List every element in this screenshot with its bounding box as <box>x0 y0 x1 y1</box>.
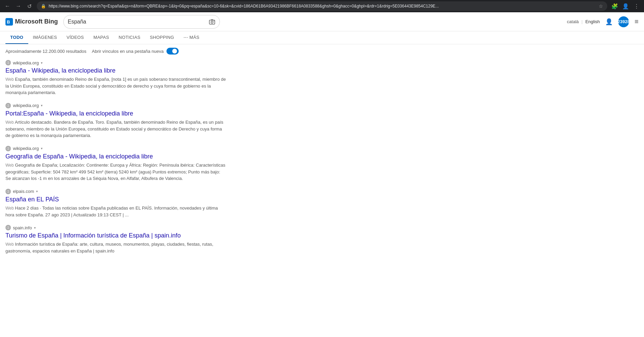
result-title-1[interactable]: España - Wikipedia, la enciclopedia libr… <box>5 67 226 75</box>
toggle-slider <box>166 48 179 55</box>
profile-button[interactable]: 👤 <box>621 1 630 11</box>
browser-chrome: ← → ↺ 🔒 https://www.bing.com/search?q=Es… <box>0 0 644 12</box>
header-right: català | English 👤 23928 ≡ <box>567 16 639 27</box>
source-globe-icon-1 <box>5 60 11 65</box>
result-item-3: wikipedia.org ▾ Geografía de España - Wi… <box>5 146 226 182</box>
source-dropdown-arrow-2[interactable]: ▾ <box>41 104 43 107</box>
result-item-2: wikipedia.org ▾ Portal:España - Wikipedi… <box>5 103 226 139</box>
lang-catalan-link[interactable]: català <box>567 19 579 24</box>
tab-videos-label: VÍDEOS <box>67 35 84 40</box>
back-button[interactable]: ← <box>3 1 12 11</box>
tab-noticias[interactable]: NOTICIAS <box>114 31 145 44</box>
result-item-1: wikipedia.org ▾ España - Wikipedia, la e… <box>5 60 226 96</box>
lang-english-label: English <box>585 19 600 24</box>
result-type-label-1: Web <box>5 77 14 82</box>
reload-icon: ↺ <box>27 3 32 10</box>
bing-logo-text: Microsoft Bing <box>15 18 58 25</box>
result-type-label-4: Web <box>5 206 14 211</box>
hamburger-icon: ≡ <box>634 18 639 26</box>
source-dropdown-arrow-5[interactable]: ▾ <box>34 226 36 230</box>
result-title-3[interactable]: Geografía de España - Wikipedia, la enci… <box>5 153 226 160</box>
bing-menu-button[interactable]: ≡ <box>634 18 639 26</box>
source-name-1: wikipedia.org <box>13 60 39 65</box>
tab-noticias-label: NOTICIAS <box>119 35 141 40</box>
result-type-label-3: Web <box>5 163 14 168</box>
source-dropdown-arrow-3[interactable]: ▾ <box>41 147 43 150</box>
tab-videos[interactable]: VÍDEOS <box>62 31 89 44</box>
search-box[interactable] <box>63 15 220 29</box>
bing-logo-icon: B <box>5 18 13 26</box>
camera-icon <box>209 18 215 25</box>
result-source-3: wikipedia.org ▾ <box>5 146 226 151</box>
result-snippet-4: Web Hace 2 días · Todas las noticias sob… <box>5 205 226 218</box>
tab-more[interactable]: ⋯ MÁS <box>179 31 204 44</box>
result-snippet-5: Web Información turística de España: art… <box>5 241 226 254</box>
tab-shopping[interactable]: SHOPPING <box>145 31 179 44</box>
url-display: https://www.bing.com/search?q=España&qs=… <box>49 4 596 9</box>
tab-imagenes-label: IMÁGENES <box>33 35 57 40</box>
rewards-badge[interactable]: 23928 <box>618 16 629 27</box>
result-title-2[interactable]: Portal:España - Wikipedia, la encicloped… <box>5 110 226 118</box>
source-globe-icon-3 <box>5 146 11 151</box>
tab-todo[interactable]: TODO <box>5 31 28 44</box>
result-snippet-text-3: Geografía de España; Localización: Conti… <box>5 163 225 181</box>
results-count: Aproximadamente 12.200.000 resultados <box>5 49 86 54</box>
tab-shopping-label: SHOPPING <box>150 35 174 40</box>
svg-point-3 <box>211 21 213 23</box>
reload-button[interactable]: ↺ <box>25 1 34 11</box>
open-new-tab-text: Abrir vínculos en una pestaña nueva <box>92 49 164 54</box>
bing-logo[interactable]: B Microsoft Bing <box>5 18 58 26</box>
tab-mapas-label: MAPAS <box>94 35 109 40</box>
result-snippet-text-1: España, también denominado Reino de Espa… <box>5 77 226 95</box>
source-globe-icon-2 <box>5 103 11 108</box>
source-dropdown-arrow-4[interactable]: ▾ <box>36 189 38 193</box>
tab-imagenes[interactable]: IMÁGENES <box>28 31 62 44</box>
tab-mapas[interactable]: MAPAS <box>89 31 114 44</box>
lang-separator: | <box>581 19 582 24</box>
tab-more-label: ⋯ MÁS <box>183 35 199 40</box>
source-name-4: elpais.com <box>13 189 34 194</box>
result-source-2: wikipedia.org ▾ <box>5 103 226 108</box>
result-snippet-text-4: Hace 2 días · Todas las noticias sobre E… <box>5 205 218 217</box>
source-globe-icon-5 <box>5 225 11 230</box>
result-type-label-5: Web <box>5 242 14 247</box>
result-item-5: spain.info ▾ Turismo de España | Informa… <box>5 225 226 254</box>
source-dropdown-arrow-1[interactable]: ▾ <box>41 61 43 65</box>
result-title-4[interactable]: España en EL PAÍS <box>5 196 226 203</box>
forward-button[interactable]: → <box>14 1 23 11</box>
rewards-count: 23928 <box>617 19 630 24</box>
search-input[interactable] <box>68 19 206 25</box>
result-title-5[interactable]: Turismo de España | Información turístic… <box>5 232 226 240</box>
result-type-label-2: Web <box>5 120 14 125</box>
results-area: Aproximadamente 12.200.000 resultados Ab… <box>0 44 231 268</box>
result-snippet-text-5: Información turística de España: arte, c… <box>5 242 213 254</box>
browser-nav-buttons: ← → ↺ <box>3 1 34 11</box>
result-item-4: elpais.com ▾ España en EL PAÍS Web Hace … <box>5 189 226 218</box>
browser-actions: 🧩 👤 ⋮ <box>610 1 641 11</box>
source-name-5: spain.info <box>13 225 32 230</box>
lock-icon: 🔒 <box>41 4 46 9</box>
result-source-1: wikipedia.org ▾ <box>5 60 226 65</box>
result-source-5: spain.info ▾ <box>5 225 226 230</box>
svg-text:B: B <box>7 19 10 25</box>
search-nav: TODO IMÁGENES VÍDEOS MAPAS NOTICIAS SHOP… <box>0 31 644 44</box>
browser-menu-button[interactable]: ⋮ <box>632 1 641 11</box>
result-source-4: elpais.com ▾ <box>5 189 226 194</box>
bing-header: B Microsoft Bing català | English 👤 2392… <box>0 12 644 31</box>
address-bar[interactable]: 🔒 https://www.bing.com/search?q=España&q… <box>37 1 607 11</box>
forward-icon: → <box>16 3 21 9</box>
visual-search-button[interactable] <box>209 18 215 25</box>
user-account-button[interactable]: 👤 <box>605 18 613 26</box>
result-snippet-1: Web España, también denominado Reino de … <box>5 76 226 96</box>
bookmark-icon[interactable]: ☆ <box>599 3 603 9</box>
extensions-button[interactable]: 🧩 <box>610 1 619 11</box>
tab-todo-label: TODO <box>10 35 23 40</box>
back-icon: ← <box>5 3 10 9</box>
results-meta: Aproximadamente 12.200.000 resultados Ab… <box>5 48 226 55</box>
open-new-tab-option: Abrir vínculos en una pestaña nueva <box>92 48 179 55</box>
result-snippet-2: Web Artículo destacado. Bandera de Españ… <box>5 119 226 139</box>
open-new-tab-toggle[interactable] <box>166 48 179 55</box>
language-selector: català | English <box>567 19 600 24</box>
source-globe-icon-4 <box>5 189 11 194</box>
source-name-2: wikipedia.org <box>13 103 39 108</box>
